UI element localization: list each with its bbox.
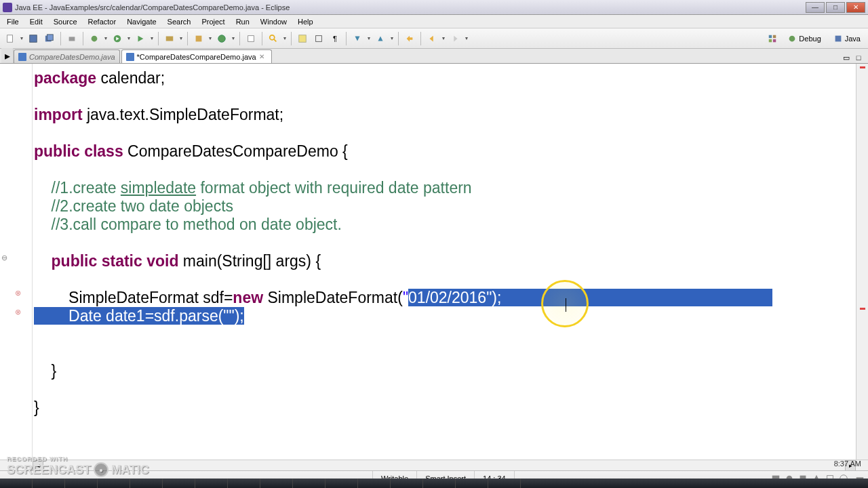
next-annotation-button[interactable]	[350, 31, 365, 46]
new-button[interactable]	[3, 31, 18, 46]
svg-rect-15	[299, 35, 307, 42]
code-token: class	[84, 142, 123, 160]
taskbar-item[interactable]	[98, 479, 130, 488]
code-token: SimpleDateFormat(	[263, 289, 403, 306]
new-package-dropdown[interactable]: ▾	[208, 31, 213, 46]
code-token: Date date1=sdf.parse(	[34, 307, 223, 325]
error-marker-icon[interactable]: ⊗	[15, 308, 24, 317]
scroll-left-button[interactable]: ◂	[33, 460, 43, 471]
taskbar-item[interactable]	[195, 479, 228, 488]
run-dropdown[interactable]: ▾	[126, 31, 132, 46]
java-file-icon	[18, 53, 26, 61]
menu-help[interactable]: Help	[292, 16, 319, 27]
tab-label-0: CompareDatesDemo.java	[29, 53, 115, 61]
java-perspective-label: Java	[845, 35, 861, 43]
editor-tab-0[interactable]: CompareDatesDemo.java	[14, 49, 120, 63]
editor-tab-1[interactable]: *CompareDatesCompareDemo.java ✕	[121, 49, 272, 63]
svg-rect-4	[69, 37, 75, 41]
svg-rect-16	[316, 35, 322, 41]
close-button[interactable]: ✕	[846, 2, 865, 13]
menu-file[interactable]: File	[1, 16, 24, 27]
debug-button[interactable]	[87, 31, 102, 46]
menu-run[interactable]: Run	[231, 16, 255, 27]
prev-annotation-dropdown[interactable]: ▾	[389, 31, 395, 46]
taskbar-item[interactable]	[391, 479, 423, 488]
new-class-dropdown[interactable]: ▾	[231, 31, 236, 46]
taskbar-item[interactable]	[488, 479, 521, 488]
back-dropdown[interactable]: ▾	[441, 31, 446, 46]
save-all-button[interactable]	[42, 31, 57, 46]
new-dropdown[interactable]: ▾	[19, 31, 24, 46]
new-package-button[interactable]	[191, 31, 206, 46]
new-server-dropdown[interactable]: ▾	[178, 31, 184, 46]
taskbar-item[interactable]	[293, 479, 326, 488]
overview-ruler[interactable]	[856, 64, 868, 460]
taskbar-item[interactable]	[358, 479, 391, 488]
left-trim[interactable]: ▸	[1, 48, 14, 63]
code-token: calendar;	[96, 69, 165, 87]
menu-window[interactable]: Window	[255, 16, 292, 27]
horizontal-scrollbar[interactable]: ◂ ▸	[0, 460, 868, 470]
svg-point-25	[789, 35, 795, 41]
run-last-button[interactable]	[133, 31, 148, 46]
print-button[interactable]	[64, 31, 79, 46]
menu-refactor[interactable]: Refactor	[83, 16, 122, 27]
new-class-button[interactable]	[214, 31, 229, 46]
editor-gutter[interactable]: ⊖ ⊗ ⊗	[0, 64, 33, 460]
tab-label-1: *CompareDatesCompareDemo.java	[137, 53, 256, 61]
next-annotation-dropdown[interactable]: ▾	[366, 31, 372, 46]
taskbar-item[interactable]	[228, 479, 260, 488]
svg-rect-23	[769, 39, 772, 41]
new-server-button[interactable]	[162, 31, 177, 46]
debug-dropdown[interactable]: ▾	[103, 31, 108, 46]
minimize-button[interactable]: —	[806, 2, 825, 13]
taskbar-item[interactable]	[326, 479, 358, 488]
open-type-button[interactable]	[243, 31, 258, 46]
maximize-button[interactable]: □	[826, 2, 845, 13]
menu-navigate[interactable]: Navigate	[121, 16, 161, 27]
search-dropdown[interactable]: ▾	[282, 31, 288, 46]
error-overview-mark[interactable]	[860, 66, 865, 68]
debug-perspective[interactable]: Debug	[783, 32, 825, 45]
error-overview-mark[interactable]	[860, 308, 865, 310]
toggle-block-button[interactable]	[311, 31, 326, 46]
menu-project[interactable]: Project	[196, 16, 230, 27]
taskbar-item[interactable]	[423, 479, 456, 488]
code-token: //2.create two date objects	[34, 197, 233, 215]
code-token: 01/02/2016	[408, 289, 486, 306]
collapse-marker-icon[interactable]: ⊖	[1, 253, 11, 263]
toggle-mark-button[interactable]	[295, 31, 310, 46]
java-perspective[interactable]: Java	[829, 32, 865, 45]
taskbar-item[interactable]	[65, 479, 98, 488]
show-whitespace-button[interactable]: ¶	[328, 31, 342, 46]
code-token: CompareDatesCompareDemo {	[123, 142, 348, 160]
code-token: //3.call compare to method on date objec…	[34, 216, 342, 233]
save-button[interactable]	[26, 31, 41, 46]
back-button[interactable]	[425, 31, 439, 46]
last-edit-button[interactable]	[402, 31, 417, 46]
search-button[interactable]	[266, 31, 281, 46]
taskbar-item[interactable]	[130, 479, 163, 488]
taskbar-item[interactable]	[33, 479, 65, 488]
taskbar-item[interactable]	[456, 479, 488, 488]
windows-taskbar[interactable]	[0, 479, 868, 488]
taskbar-item[interactable]	[260, 479, 293, 488]
menu-edit[interactable]: Edit	[24, 16, 48, 27]
error-marker-icon[interactable]: ⊗	[15, 289, 24, 298]
taskbar-item[interactable]	[163, 479, 195, 488]
taskbar-item[interactable]	[0, 479, 33, 488]
menu-source[interactable]: Source	[48, 16, 83, 27]
code-editor[interactable]: package calendar; import java.text.Simpl…	[33, 64, 856, 460]
run-last-dropdown[interactable]: ▾	[149, 31, 155, 46]
forward-button[interactable]	[448, 31, 462, 46]
open-perspective-button[interactable]	[765, 31, 780, 46]
menu-search[interactable]: Search	[162, 16, 197, 27]
tab-close-icon[interactable]: ✕	[259, 53, 267, 61]
minimize-editor-button[interactable]: ▭	[841, 52, 852, 63]
editor-tab-bar: ▸ CompareDatesDemo.java *CompareDatesCom…	[0, 49, 868, 64]
run-button[interactable]	[110, 31, 125, 46]
maximize-editor-button[interactable]: □	[853, 52, 864, 63]
code-token: main(String[] args) {	[178, 252, 321, 270]
forward-dropdown[interactable]: ▾	[464, 31, 469, 46]
prev-annotation-button[interactable]	[373, 31, 388, 46]
